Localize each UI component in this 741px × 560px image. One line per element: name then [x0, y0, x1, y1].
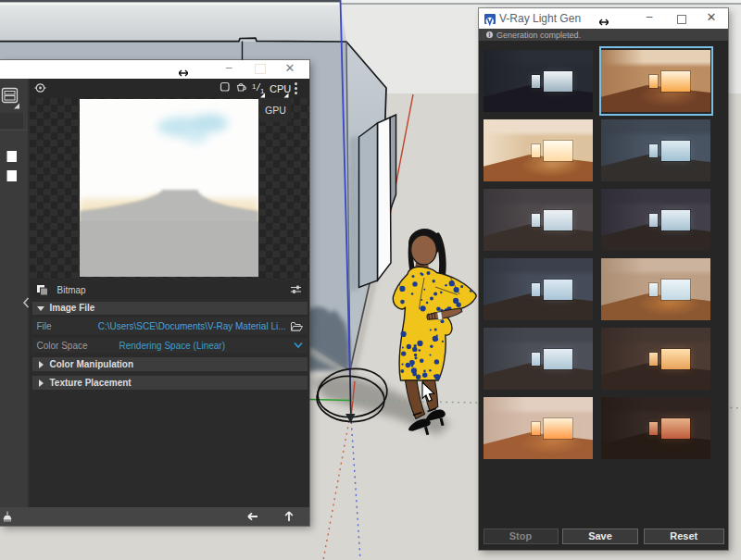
svg-text:1: 1 — [252, 82, 257, 91]
svg-text:CPU: CPU — [270, 83, 291, 94]
